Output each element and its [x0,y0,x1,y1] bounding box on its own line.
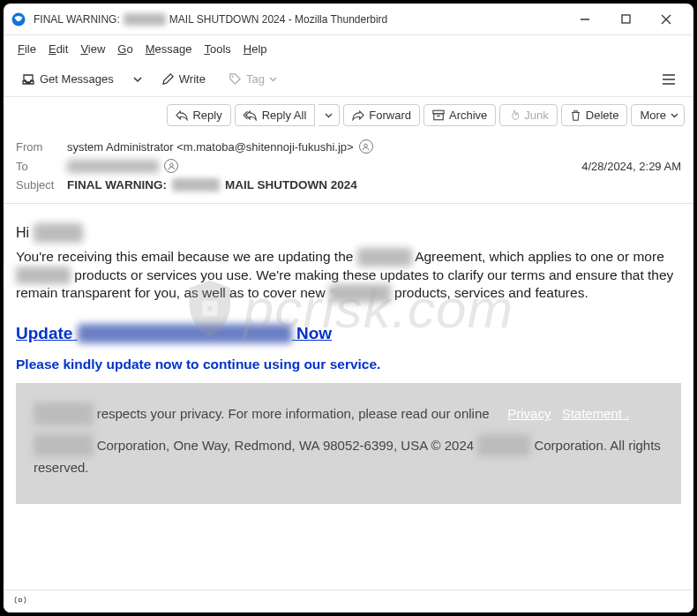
get-messages-label: Get Messages [40,72,114,86]
message-date: 4/28/2024, 2:29 AM [581,160,681,173]
trash-icon [570,109,581,122]
window-controls [565,6,686,33]
forward-button[interactable]: Forward [343,104,420,126]
reply-all-dropdown[interactable] [319,104,340,126]
update-text-b: Now [296,324,332,342]
more-button[interactable]: More [631,104,685,126]
archive-button[interactable]: Archive [423,104,496,126]
title-bar: FINAL WARNING: XXXXXX MAIL SHUTDOWN 2024… [4,4,693,35]
p1-text-b: Agreement, which applies to one or more [415,249,664,264]
svg-point-13 [169,163,173,167]
minimize-button[interactable] [565,6,605,33]
menu-edit[interactable]: Edit [43,39,73,59]
inbox-icon [21,72,35,86]
junk-label: Junk [524,109,548,122]
status-bar [4,590,693,612]
to-label: To [16,160,60,173]
svg-point-5 [232,76,234,78]
update-link[interactable]: Update xxxxxxxxxxxxxxxxxxxxxxx Now [16,324,332,343]
p1-text-d: products, services and features. [394,285,588,300]
forward-icon [352,109,364,121]
write-button[interactable]: Write [153,68,214,90]
p1-redacted-2: xxxxxxxx [16,267,71,285]
menu-bar: File Edit View Go Message Tools Help [4,35,693,62]
menu-file[interactable]: File [12,39,41,59]
menu-help[interactable]: Help [238,39,273,59]
tag-icon [229,72,242,86]
title-redacted: XXXXXX [124,13,166,26]
greeting-text: Hi [16,225,29,240]
app-menu-button[interactable] [653,64,685,95]
from-value-wrap: system Administrator <m.matoba@shitennoj… [67,139,681,154]
update-redacted: xxxxxxxxxxxxxxxxxxxxxxx [78,324,292,343]
delete-label: Delete [586,109,619,122]
svg-rect-2 [622,15,630,23]
main-toolbar: Get Messages Write Tag [4,62,693,97]
footer-text-2: Corporation, One Way, Redmond, WA 98052-… [97,438,474,453]
get-messages-button[interactable]: Get Messages [12,68,123,91]
title-text-suffix: MAIL SHUTDOWN 2024 - Mozilla Thunderbird [169,13,387,26]
footer-redacted-1: xxxxxxxxx [34,402,94,425]
sync-indicator-icon[interactable] [12,594,28,609]
archive-label: Archive [449,109,487,122]
from-label: From [16,140,60,154]
pencil-icon [161,72,175,86]
svg-rect-10 [434,114,444,120]
p1-redacted-1: xxxxxxxx [357,248,412,267]
privacy-link[interactable]: Privacy [507,406,551,421]
tag-button[interactable]: Tag [220,68,286,90]
write-label: Write [179,72,206,86]
title-text-prefix: FINAL WARNING: [34,13,120,26]
subject-suffix: MAIL SHUTDOWN 2024 [225,178,357,192]
to-value-wrap: xxxxxxxxxxxxxxxx [67,159,574,173]
svg-point-14 [19,598,22,602]
statement-link[interactable]: Statement . [562,406,630,421]
window-title: FINAL WARNING: XXXXXX MAIL SHUTDOWN 2024… [34,13,565,26]
get-messages-dropdown[interactable] [128,71,147,88]
message-headers: From system Administrator <m.matoba@shit… [4,133,693,204]
junk-button[interactable]: Junk [499,104,557,126]
menu-view[interactable]: View [75,39,110,59]
footer-redacted-2: xxxxxxxxx [34,434,94,457]
fire-icon [508,109,520,122]
footer-text-1: respects your privacy. For more informat… [97,406,490,421]
reply-icon [176,109,188,121]
footer-line-1: xxxxxxxxx respects your privacy. For mor… [34,402,663,425]
subject-redacted: XXXXXX [172,178,220,192]
header-to-row: To xxxxxxxxxxxxxxxx 4/28/2024, 2:29 AM [16,156,681,176]
message-body: Hi xxxxxxx You're receiving this email b… [4,204,693,590]
greeting-redacted: xxxxxxx [34,223,83,243]
reply-button[interactable]: Reply [167,104,230,126]
reply-all-icon [244,109,258,121]
forward-label: Forward [369,109,411,122]
reply-label: Reply [192,109,221,122]
reply-all-button[interactable]: Reply All [235,104,316,126]
contact-icon[interactable] [359,139,373,154]
footer-line-2: xxxxxxxxx Corporation, One Way, Redmond,… [34,434,663,479]
footer-redacted-3: xxxxxxxx [477,434,530,457]
app-window: FINAL WARNING: XXXXXX MAIL SHUTDOWN 2024… [4,4,693,612]
update-text-a: Update [16,324,72,342]
greeting-line: Hi xxxxxxx [16,223,681,243]
subject-value: FINAL WARNING: XXXXXX MAIL SHUTDOWN 2024 [67,178,681,192]
menu-message[interactable]: Message [140,39,198,59]
maximize-button[interactable] [605,6,646,33]
reply-all-label: Reply All [262,109,307,122]
from-value[interactable]: system Administrator <m.matoba@shitennoj… [67,140,354,154]
tag-label: Tag [246,72,265,86]
subject-label: Subject [16,178,60,192]
to-redacted: xxxxxxxxxxxxxxxx [67,160,159,173]
menu-go[interactable]: Go [112,39,138,59]
message-actions: Reply Reply All Forward Archive Junk Del… [4,97,693,133]
please-update-text: Please kindly update now to continue usi… [16,356,681,374]
close-button[interactable] [646,6,686,33]
footer-box: xxxxxxxxx respects your privacy. For mor… [16,383,681,504]
p1-text-a: You're receiving this email because we a… [16,249,353,264]
svg-point-12 [364,144,368,147]
archive-icon [432,109,445,121]
contact-icon[interactable] [164,159,178,173]
subject-prefix: FINAL WARNING: [67,178,167,192]
thunderbird-icon [11,11,26,27]
delete-button[interactable]: Delete [561,104,628,126]
menu-tools[interactable]: Tools [199,39,236,59]
